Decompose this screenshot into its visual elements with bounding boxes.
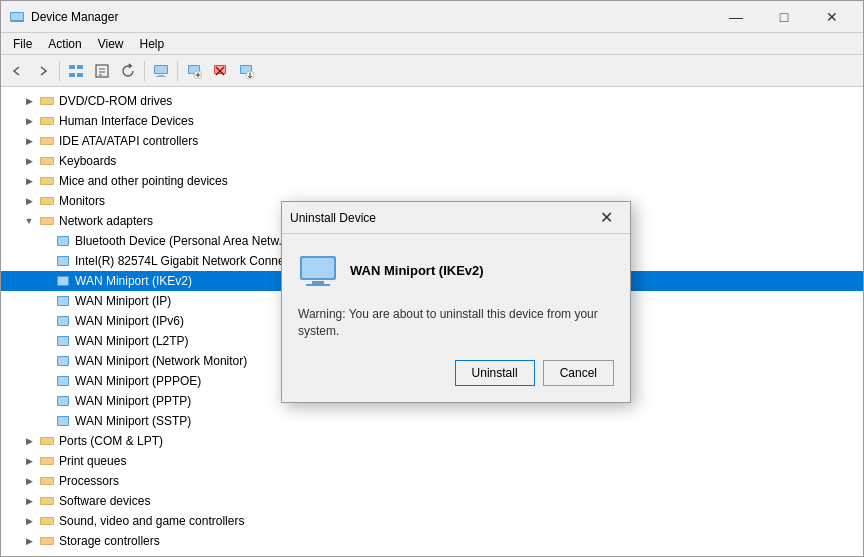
wan-pptp-label: WAN Miniport (PPTP)	[75, 394, 191, 408]
svg-rect-81	[302, 258, 334, 278]
print-label: Print queues	[59, 454, 126, 468]
tree-item-print[interactable]: ▶ Print queues	[1, 451, 863, 471]
expand-dvd: ▶	[21, 93, 37, 109]
maximize-button[interactable]: □	[761, 1, 807, 33]
close-button[interactable]: ✕	[809, 1, 855, 33]
svg-rect-83	[306, 284, 330, 286]
window-controls: — □ ✕	[713, 1, 855, 33]
toolbar-sep-1	[59, 61, 60, 81]
svg-rect-59	[58, 397, 68, 405]
dialog-body: WAN Miniport (IKEv2) Warning: You are ab…	[282, 234, 630, 402]
svg-rect-3	[69, 65, 75, 69]
dialog-buttons: Uninstall Cancel	[298, 360, 614, 386]
svg-rect-1	[11, 13, 23, 20]
svg-rect-65	[41, 458, 53, 464]
svg-rect-73	[41, 538, 53, 544]
tree-item-keyboards[interactable]: ▶ Keyboards	[1, 151, 863, 171]
dialog-device-icon	[298, 250, 338, 290]
cancel-button[interactable]: Cancel	[543, 360, 614, 386]
menu-view[interactable]: View	[90, 35, 132, 53]
properties-button[interactable]	[90, 59, 114, 83]
uninstall-button[interactable]: Uninstall	[455, 360, 535, 386]
dialog-close-button[interactable]: ✕	[590, 204, 622, 232]
bluetooth-icon	[55, 233, 71, 249]
expand-monitors: ▶	[21, 193, 37, 209]
menu-action[interactable]: Action	[40, 35, 89, 53]
tree-item-storage[interactable]: ▶ Storage controllers	[1, 531, 863, 551]
expand-wan-netmon	[37, 353, 53, 369]
expand-network: ▼	[21, 213, 37, 229]
tree-item-ports[interactable]: ▶ Ports (COM & LPT)	[1, 431, 863, 451]
wan-ip-icon	[55, 293, 71, 309]
minimize-button[interactable]: —	[713, 1, 759, 33]
menu-help[interactable]: Help	[132, 35, 173, 53]
tree-item-sound[interactable]: ▶ Sound, video and game controllers	[1, 511, 863, 531]
expand-processors: ▶	[21, 473, 37, 489]
menu-file[interactable]: File	[5, 35, 40, 53]
remove-button[interactable]	[208, 59, 232, 83]
svg-rect-33	[41, 138, 53, 144]
svg-rect-63	[41, 438, 53, 444]
wan-pptp-icon	[55, 393, 71, 409]
wan-pppoe-icon	[55, 373, 71, 389]
tree-item-mice[interactable]: ▶ Mice and other pointing devices	[1, 171, 863, 191]
system-label: System devices	[59, 554, 143, 556]
ide-label: IDE ATA/ATAPI controllers	[59, 134, 198, 148]
sound-label: Sound, video and game controllers	[59, 514, 244, 528]
svg-rect-35	[41, 158, 53, 164]
print-icon	[39, 453, 55, 469]
tree-item-processors[interactable]: ▶ Processors	[1, 471, 863, 491]
expand-software: ▶	[21, 493, 37, 509]
svg-rect-45	[58, 257, 68, 265]
computer-button[interactable]	[149, 59, 173, 83]
expand-bluetooth	[37, 233, 53, 249]
svg-rect-14	[156, 76, 166, 77]
monitors-icon	[39, 193, 55, 209]
toolbar-sep-3	[177, 61, 178, 81]
tree-item-dvd[interactable]: ▶ DVD/CD-ROM drives	[1, 91, 863, 111]
intel-icon	[55, 253, 71, 269]
network-label: Network adapters	[59, 214, 153, 228]
expand-wan-ip	[37, 293, 53, 309]
refresh-button[interactable]	[116, 59, 140, 83]
forward-button[interactable]	[31, 59, 55, 83]
sound-icon	[39, 513, 55, 529]
expand-print: ▶	[21, 453, 37, 469]
download-button[interactable]	[234, 59, 258, 83]
add-button[interactable]	[182, 59, 206, 83]
processors-label: Processors	[59, 474, 119, 488]
expand-ports: ▶	[21, 433, 37, 449]
system-icon	[39, 553, 55, 556]
tree-item-system[interactable]: ▼ System devices	[1, 551, 863, 556]
back-button[interactable]	[5, 59, 29, 83]
svg-rect-71	[41, 518, 53, 524]
expand-wan-ikev2	[37, 273, 53, 289]
keyboards-icon	[39, 153, 55, 169]
keyboards-label: Keyboards	[59, 154, 116, 168]
svg-rect-53	[58, 337, 68, 345]
toolbar-sep-2	[144, 61, 145, 81]
expand-wan-pppoe	[37, 373, 53, 389]
bluetooth-label: Bluetooth Device (Personal Area Netw...	[75, 234, 288, 248]
wan-netmon-label: WAN Miniport (Network Monitor)	[75, 354, 247, 368]
hid-label: Human Interface Devices	[59, 114, 194, 128]
expand-mice: ▶	[21, 173, 37, 189]
wan-l2tp-label: WAN Miniport (L2TP)	[75, 334, 189, 348]
ide-icon	[39, 133, 55, 149]
svg-rect-69	[41, 498, 53, 504]
expand-sound: ▶	[21, 513, 37, 529]
tree-item-wan-sstp[interactable]: WAN Miniport (SSTP)	[1, 411, 863, 431]
expand-wan-sstp	[37, 413, 53, 429]
wan-ikev2-icon	[55, 273, 71, 289]
tree-view-button[interactable]	[64, 59, 88, 83]
tree-item-ide[interactable]: ▶ IDE ATA/ATAPI controllers	[1, 131, 863, 151]
intel-label: Intel(R) 82574L Gigabit Network Conne...	[75, 254, 295, 268]
software-label: Software devices	[59, 494, 150, 508]
tree-item-hid[interactable]: ▶ Human Interface Devices	[1, 111, 863, 131]
svg-rect-12	[155, 66, 167, 73]
tree-item-software[interactable]: ▶ Software devices	[1, 491, 863, 511]
expand-storage: ▶	[21, 533, 37, 549]
svg-rect-47	[58, 277, 68, 285]
expand-intel	[37, 253, 53, 269]
dvd-icon	[39, 93, 55, 109]
